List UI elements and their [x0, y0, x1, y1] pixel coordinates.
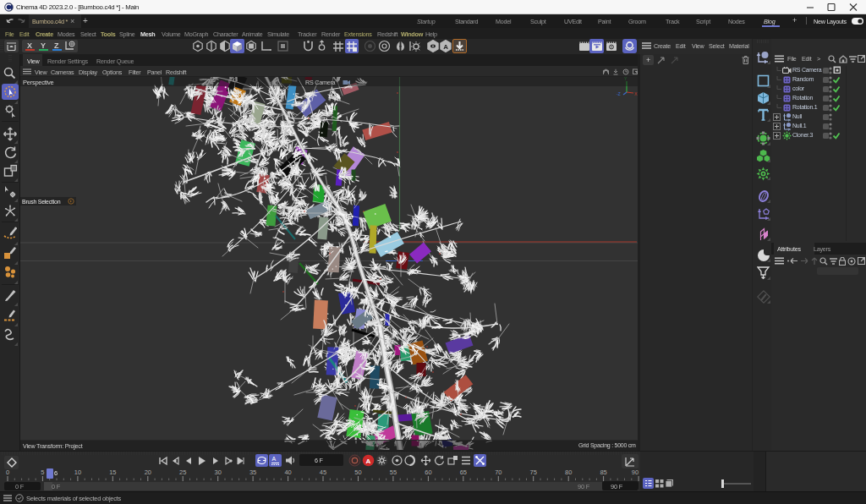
svg-text:A: A	[366, 457, 371, 465]
svg-text:50: 50	[354, 468, 361, 476]
svg-text:60: 60	[425, 468, 431, 476]
svg-text:A: A	[272, 456, 277, 462]
svg-text:35: 35	[249, 468, 256, 476]
svg-text:70: 70	[495, 468, 502, 476]
svg-text:10: 10	[74, 468, 81, 476]
svg-text:80: 80	[565, 468, 572, 476]
svg-text:20: 20	[145, 468, 151, 476]
svg-text:45: 45	[320, 468, 326, 476]
svg-text:25: 25	[179, 468, 186, 476]
svg-text:15: 15	[109, 468, 116, 476]
svg-text:30: 30	[215, 468, 222, 476]
svg-text:90: 90	[632, 468, 639, 476]
svg-text:40: 40	[284, 468, 291, 476]
svg-text:-Z: -Z	[617, 91, 621, 96]
svg-text:55: 55	[390, 468, 397, 476]
svg-text:65: 65	[460, 468, 467, 476]
svg-text:5: 5	[41, 468, 44, 476]
svg-text:A: A	[443, 43, 448, 51]
svg-text:75: 75	[530, 468, 537, 476]
svg-text:0: 0	[6, 468, 9, 476]
svg-text:85: 85	[600, 468, 606, 476]
